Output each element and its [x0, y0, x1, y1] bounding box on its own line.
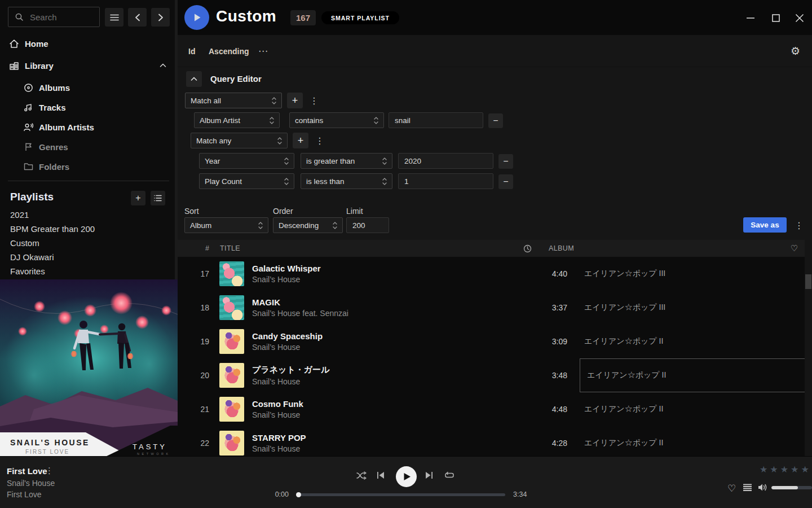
track-album-cell[interactable]: エイリアン☆ポップ II — [584, 438, 812, 448]
track-row[interactable]: 17 Galactic Whisper Snail’s House 4:40 エ… — [178, 257, 812, 291]
track-artist: Snail’s House — [252, 410, 528, 419]
page-title: Custom — [216, 7, 276, 25]
rule-field-select[interactable]: Album Artist — [194, 112, 280, 128]
remove-rule-button[interactable]: − — [488, 113, 503, 128]
menu-button[interactable] — [105, 8, 123, 27]
track-album-cell[interactable]: エイリアン☆ポップ III — [584, 303, 812, 313]
group-kebab-menu[interactable]: ⋮ — [315, 135, 324, 146]
track-title: MAGIK — [252, 297, 528, 307]
rule-operator-select[interactable]: is less than — [301, 173, 392, 189]
rule-field-select[interactable]: Play Count — [199, 173, 294, 189]
now-playing-kebab-menu[interactable]: ⋮ — [45, 466, 54, 476]
minimize-button[interactable] — [746, 14, 755, 23]
seek-bar[interactable] — [297, 493, 505, 496]
track-row[interactable]: 20 プラネット・ガール Snail’s House 3:48 エイリアン☆ポッ… — [178, 358, 812, 392]
sort-select[interactable]: Album — [184, 217, 268, 233]
minus-icon: − — [503, 177, 508, 187]
rule-value-input[interactable] — [398, 153, 493, 169]
rule-value-input[interactable] — [398, 173, 493, 189]
track-album-cell[interactable]: エイリアン☆ポップ II — [584, 336, 812, 347]
order-select[interactable]: Descending — [273, 217, 343, 233]
shuffle-button[interactable] — [356, 471, 367, 480]
minus-icon: − — [493, 116, 498, 126]
title-column-header[interactable]: TITLE — [220, 244, 492, 252]
rule-value-input[interactable] — [389, 112, 483, 128]
sidebar-item-genres[interactable]: Genres — [0, 139, 178, 154]
sidebar-item-folders[interactable]: Folders — [0, 159, 178, 174]
select-value: Descending — [279, 221, 319, 230]
playlist-header: Custom 167 SMART PLAYLIST — [178, 0, 812, 35]
queue-button[interactable] — [743, 484, 752, 491]
sidebar-item-album-artists[interactable]: Album Artists — [0, 120, 178, 134]
track-row[interactable]: 18 MAGIK Snail’s House feat. Sennzai 3:3… — [178, 291, 812, 325]
volume-button[interactable] — [758, 483, 767, 492]
rule-field-select[interactable]: Year — [199, 153, 294, 169]
volume-slider[interactable] — [771, 486, 812, 489]
more-options-button[interactable]: ⋯ — [258, 45, 268, 57]
add-rule-button[interactable]: + — [287, 93, 303, 108]
playlist-item[interactable]: Custom — [10, 238, 39, 248]
save-kebab-menu[interactable]: ⋮ — [795, 220, 804, 231]
group-kebab-menu[interactable]: ⋮ — [310, 95, 319, 106]
favorite-button[interactable]: ♡ — [727, 483, 736, 494]
track-row[interactable]: 22 STARRY POP Snail’s House 4:28 エイリアン☆ポ… — [178, 426, 812, 457]
table-scrollbar-thumb[interactable] — [805, 274, 811, 289]
select-value: is greater than — [306, 157, 355, 165]
match-any-select[interactable]: Match any — [191, 133, 288, 148]
total-time: 3:34 — [513, 491, 532, 498]
album-column-header[interactable]: ALBUM — [549, 244, 776, 252]
track-album: エイリアン☆ポップ II — [584, 404, 663, 414]
album-art-artist-text: SNAIL'S HOUSE — [10, 438, 90, 447]
add-playlist-button[interactable]: + — [131, 191, 145, 205]
back-button[interactable] — [128, 8, 147, 27]
search-input-container[interactable] — [8, 7, 100, 27]
play-pause-button[interactable] — [396, 466, 417, 487]
collapse-chevron-icon[interactable] — [160, 63, 166, 68]
add-rule-button[interactable]: + — [293, 133, 308, 148]
playlist-menu-button[interactable] — [151, 191, 165, 205]
table-scrollbar-track[interactable] — [805, 240, 812, 457]
rule-operator-select[interactable]: contains — [289, 112, 384, 128]
clock-icon — [523, 244, 532, 253]
playlist-item[interactable]: DJ Okawari — [10, 252, 54, 262]
track-thumbnail — [219, 329, 244, 354]
remove-rule-button[interactable]: − — [498, 154, 513, 169]
sort-direction-button[interactable]: Ascending — [209, 47, 249, 56]
rule-operator-select[interactable]: is greater than — [301, 153, 392, 169]
match-all-select[interactable]: Match all — [185, 93, 282, 108]
previous-track-button[interactable] — [377, 471, 385, 479]
home-icon — [8, 39, 20, 49]
save-as-button[interactable]: Save as — [743, 217, 787, 233]
sort-field-button[interactable]: Id — [188, 47, 195, 56]
track-row[interactable]: 19 Candy Spaceship Snail’s House 3:09 エイ… — [178, 325, 812, 358]
repeat-button[interactable] — [444, 471, 454, 479]
play-playlist-button[interactable] — [184, 5, 209, 30]
up-down-chevrons-icon — [270, 117, 274, 124]
limit-input[interactable] — [346, 217, 389, 233]
track-album-cell-focused[interactable]: エイリアン☆ポップ II — [580, 358, 812, 392]
search-input[interactable] — [29, 12, 93, 23]
track-row[interactable]: 21 Cosmo Funk Snail’s House 4:48 エイリアン☆ポ… — [178, 392, 812, 426]
remove-rule-button[interactable]: − — [498, 174, 513, 189]
index-column-header[interactable]: # — [189, 244, 209, 252]
sidebar-item-home[interactable]: Home — [0, 36, 178, 51]
forward-button[interactable] — [151, 8, 170, 27]
sidebar-item-library[interactable]: Library — [0, 58, 178, 73]
maximize-button[interactable] — [771, 14, 780, 23]
playlist-item[interactable]: BPM Greater than 200 — [10, 224, 95, 234]
track-album-cell[interactable]: エイリアン☆ポップ III — [584, 269, 812, 279]
track-album-cell[interactable]: エイリアン☆ポップ II — [584, 404, 812, 414]
repeat-icon — [444, 471, 454, 479]
rating-stars[interactable]: ★★★★★ — [760, 464, 811, 475]
collapse-query-editor-button[interactable] — [186, 71, 202, 87]
close-button[interactable] — [795, 14, 804, 23]
playlist-item[interactable]: Favorites — [10, 266, 45, 276]
music-note-icon — [22, 103, 34, 112]
sidebar-item-tracks[interactable]: Tracks — [0, 100, 178, 115]
gear-icon[interactable]: ⚙ — [791, 45, 800, 58]
next-track-button[interactable] — [425, 471, 433, 479]
seek-knob[interactable] — [296, 492, 301, 497]
playlist-item[interactable]: 2021 — [10, 210, 29, 220]
sidebar-item-albums[interactable]: Albums — [0, 80, 178, 95]
duration-column-header[interactable] — [492, 244, 532, 253]
